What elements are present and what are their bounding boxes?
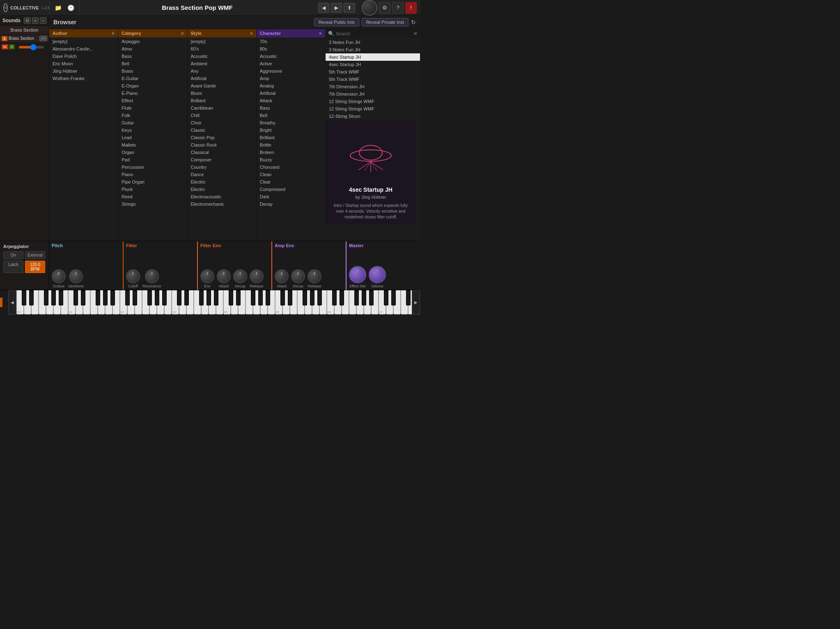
black-key[interactable] (317, 290, 322, 305)
black-key[interactable] (288, 290, 292, 305)
list-item[interactable]: 60's (188, 45, 256, 53)
list-item[interactable]: Amp (257, 75, 325, 82)
black-key[interactable] (177, 290, 181, 305)
list-item[interactable]: Avant Garde (188, 82, 256, 90)
result-item[interactable]: 12 String Strings WMF (326, 98, 420, 105)
list-item[interactable]: Country (188, 163, 256, 171)
list-item[interactable]: Attack (257, 97, 325, 104)
master-knob-display[interactable] (362, 0, 377, 16)
reveal-private-button[interactable]: Reveal Private Inst (362, 18, 409, 26)
help-button[interactable]: ? (392, 2, 404, 14)
result-item[interactable]: 3 Notes Fun JH (326, 46, 420, 53)
play-button[interactable]: ▶ (331, 3, 342, 13)
black-key[interactable] (310, 290, 314, 305)
black-key[interactable] (44, 290, 48, 305)
result-item[interactable]: 5th Track WMF (326, 68, 420, 76)
list-item[interactable]: Carribbean (188, 104, 256, 112)
result-item-selected[interactable]: 4sec Startup JH (326, 53, 420, 61)
list-item[interactable]: Compressed (257, 186, 325, 193)
folder-button[interactable]: 📁 (52, 3, 64, 13)
list-item[interactable]: Electromechanic (188, 200, 256, 208)
style-close-button[interactable]: ✕ (250, 31, 253, 36)
list-item[interactable]: Active (257, 60, 325, 67)
black-key[interactable] (73, 290, 78, 305)
black-key[interactable] (125, 290, 130, 305)
env-knob[interactable] (200, 269, 214, 283)
black-key[interactable] (133, 290, 137, 305)
effect-mix-knob[interactable] (349, 266, 366, 283)
list-item[interactable]: Electro (188, 186, 256, 193)
list-item[interactable]: Aggressive (257, 67, 325, 75)
black-key[interactable] (229, 290, 233, 305)
list-item[interactable]: Artificial (188, 75, 256, 82)
black-key[interactable] (391, 290, 396, 305)
list-item[interactable]: Brilliant (257, 134, 325, 141)
category-close-button[interactable]: ✕ (181, 31, 184, 36)
list-item[interactable]: Blues (188, 90, 256, 97)
reveal-public-button[interactable]: Reveal Public Inst (314, 18, 359, 26)
black-key[interactable] (258, 290, 263, 305)
list-item[interactable]: Dance (188, 171, 256, 178)
list-item[interactable]: Percussion (118, 163, 187, 171)
list-item[interactable]: Choir (188, 119, 256, 126)
list-item[interactable]: Pipe Organ (118, 178, 187, 186)
list-item[interactable]: Lead (118, 134, 187, 141)
black-key[interactable] (340, 290, 344, 305)
black-key[interactable] (251, 290, 255, 305)
list-item[interactable]: [empty] (188, 38, 256, 45)
black-key[interactable] (147, 290, 152, 305)
result-item[interactable]: 12 String Strings WMF (326, 105, 420, 112)
list-item[interactable]: Bright (257, 126, 325, 134)
list-item[interactable]: Bass (257, 104, 325, 112)
arp-external-button[interactable]: External (25, 251, 45, 259)
ampenv-release-knob[interactable] (308, 269, 321, 283)
result-item[interactable]: 7th Dimension JH (326, 90, 420, 98)
filterenv-attack-knob[interactable] (217, 269, 231, 283)
black-key[interactable] (103, 290, 108, 305)
black-key[interactable] (184, 290, 189, 305)
list-item[interactable]: Electric (188, 178, 256, 186)
list-item[interactable]: Piano (118, 171, 187, 178)
list-item[interactable]: Brittle (257, 141, 325, 149)
list-item[interactable]: Brilliant (188, 97, 256, 104)
list-item[interactable]: Decay (257, 200, 325, 208)
refresh-button[interactable]: ↻ (411, 18, 416, 26)
list-item[interactable]: Electroacoustic (188, 193, 256, 200)
character-close-button[interactable]: ✕ (319, 31, 322, 36)
result-item[interactable]: 12-String Strum (326, 112, 420, 120)
list-item[interactable]: Buzzy (257, 156, 325, 163)
list-item[interactable]: Classic (188, 126, 256, 134)
black-key[interactable] (406, 290, 411, 305)
volume-knob[interactable] (369, 266, 386, 283)
character-list[interactable]: 70s 80s Acoustic Active Aggressive Amp A… (257, 38, 325, 241)
author-close-button[interactable]: ✕ (111, 31, 115, 36)
results-list[interactable]: 3 Notes Fun JH 3 Notes Fun JH 4sec Start… (326, 39, 420, 121)
black-key[interactable] (236, 290, 241, 305)
list-item[interactable]: Arpeggio (118, 38, 187, 45)
style-list[interactable]: [empty] 60's Acoustic Ambient Any Artifi… (188, 38, 256, 241)
black-key[interactable] (369, 290, 374, 305)
black-key[interactable] (59, 290, 63, 305)
list-item[interactable]: Flute (118, 104, 187, 112)
list-item[interactable]: Classic Pop (188, 134, 256, 141)
add-sound-button[interactable]: + (32, 17, 39, 24)
black-key[interactable] (207, 290, 211, 305)
list-item[interactable]: Guitar (118, 119, 187, 126)
solo-button[interactable]: S (9, 44, 15, 49)
list-item[interactable]: Alessandro Cardin... (49, 45, 118, 53)
author-list[interactable]: ‌[empty] Alessandro Cardin... Dave Polic… (49, 38, 118, 241)
list-item[interactable]: Analog (257, 82, 325, 90)
list-item[interactable]: Chill (188, 112, 256, 119)
arp-latch-button[interactable]: Latch (3, 261, 23, 273)
semitone-knob[interactable] (69, 269, 83, 283)
cutoff-knob[interactable] (126, 269, 140, 283)
list-item[interactable]: Broken (257, 149, 325, 156)
list-item[interactable]: Classic Rock (188, 141, 256, 149)
list-item[interactable]: Atmo (118, 45, 187, 53)
list-item[interactable]: Chorused (257, 163, 325, 171)
list-item[interactable]: Acoustic (257, 53, 325, 60)
list-item[interactable]: Bell (257, 112, 325, 119)
list-item[interactable]: Eric Moon (49, 60, 118, 67)
black-key[interactable] (96, 290, 100, 305)
list-item[interactable]: Mallets (118, 141, 187, 149)
